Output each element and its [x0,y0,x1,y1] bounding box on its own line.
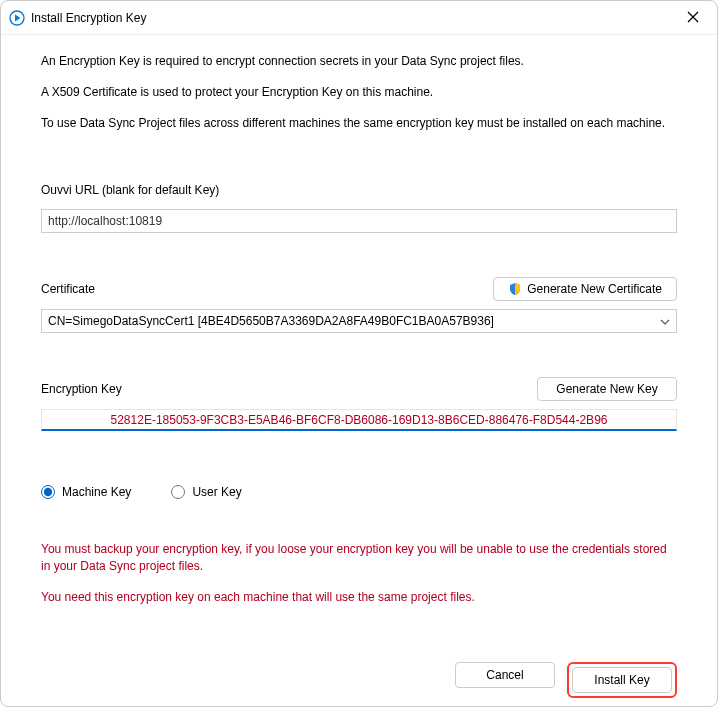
intro-text: An Encryption Key is required to encrypt… [41,53,677,131]
user-key-label: User Key [192,485,241,499]
generate-certificate-button[interactable]: Generate New Certificate [493,277,677,301]
certificate-label: Certificate [41,282,95,296]
certificate-section: Certificate Generate New Certificate CN=… [41,277,677,333]
key-scope-radios: Machine Key User Key [41,485,677,499]
close-icon[interactable] [679,6,707,30]
encryption-key-field[interactable]: 52812E-185053-9F3CB3-E5AB46-BF6CF8-DB608… [41,409,677,431]
dialog-footer: Cancel Install Key [41,662,677,698]
machine-key-label: Machine Key [62,485,131,499]
user-key-radio[interactable]: User Key [171,485,241,499]
certificate-value: CN=SimegoDataSyncCert1 [4BE4D5650B7A3369… [48,314,494,328]
certificate-dropdown[interactable]: CN=SimegoDataSyncCert1 [4BE4D5650B7A3369… [41,309,677,333]
intro-line-2: A X509 Certificate is used to protect yo… [41,84,677,101]
install-key-highlight: Install Key [567,662,677,698]
url-input[interactable] [41,209,677,233]
warning-text: You must backup your encryption key, if … [41,541,677,605]
warning-line-2: You need this encryption key on each mac… [41,589,677,606]
generate-key-button[interactable]: Generate New Key [537,377,677,401]
machine-key-radio-input[interactable] [41,485,55,499]
encryption-key-section: Encryption Key Generate New Key 52812E-1… [41,377,677,431]
dialog-content: An Encryption Key is required to encrypt… [1,35,717,707]
chevron-down-icon [660,316,670,327]
window-title: Install Encryption Key [31,11,679,25]
install-key-button[interactable]: Install Key [572,667,672,693]
encryption-key-label: Encryption Key [41,382,122,396]
warning-line-1: You must backup your encryption key, if … [41,541,677,575]
intro-line-1: An Encryption Key is required to encrypt… [41,53,677,70]
app-icon [9,10,25,26]
url-label: Ouvvi URL (blank for default Key) [41,183,677,197]
generate-key-label: Generate New Key [556,382,657,396]
url-section: Ouvvi URL (blank for default Key) [41,183,677,233]
user-key-radio-input[interactable] [171,485,185,499]
titlebar: Install Encryption Key [1,1,717,35]
generate-certificate-label: Generate New Certificate [527,282,662,296]
shield-icon [508,282,522,296]
cancel-button[interactable]: Cancel [455,662,555,688]
machine-key-radio[interactable]: Machine Key [41,485,131,499]
intro-line-3: To use Data Sync Project files across di… [41,115,677,132]
